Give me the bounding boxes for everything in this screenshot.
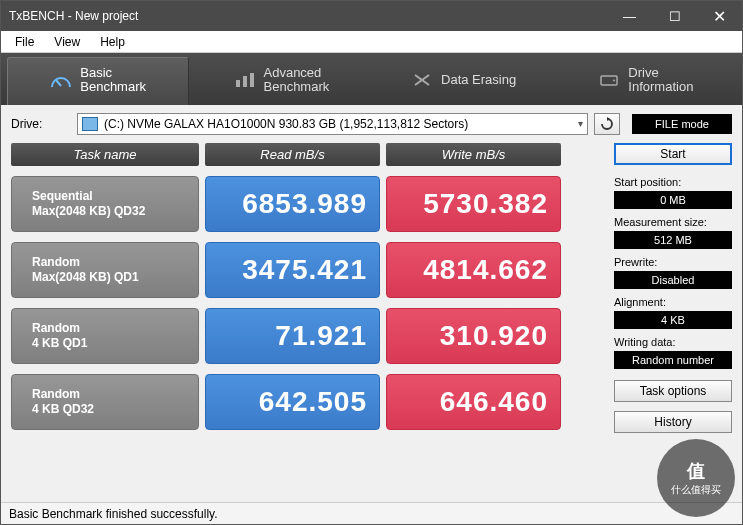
erase-icon: [411, 71, 433, 89]
menu-view[interactable]: View: [44, 33, 90, 51]
alignment-value[interactable]: 4 KB: [614, 311, 732, 329]
maximize-button[interactable]: ☐: [652, 1, 697, 31]
task-options-button[interactable]: Task options: [614, 380, 732, 402]
test-name-random-qd1-max[interactable]: Random Max(2048 KB) QD1: [11, 242, 199, 298]
alignment-label: Alignment:: [614, 294, 732, 308]
header-task-name: Task name: [11, 143, 199, 166]
menu-file[interactable]: File: [5, 33, 44, 51]
writing-data-value[interactable]: Random number: [614, 351, 732, 369]
tab-label: Data Erasing: [441, 72, 516, 87]
table-row: Random Max(2048 KB) QD1 3475.421 4814.66…: [11, 242, 604, 298]
drive-selector-row: Drive: (C:) NVMe GALAX HA1O1000N 930.83 …: [11, 113, 732, 135]
tab-label: Basic Benchmark: [80, 66, 146, 95]
bars-icon: [234, 71, 256, 89]
start-position-value[interactable]: 0 MB: [614, 191, 732, 209]
read-value: 642.505: [205, 374, 380, 430]
status-text: Basic Benchmark finished successfully.: [9, 507, 218, 521]
refresh-button[interactable]: [594, 113, 620, 135]
write-value: 4814.662: [386, 242, 561, 298]
test-name-random-4kb-qd32[interactable]: Random 4 KB QD32: [11, 374, 199, 430]
tab-advanced-benchmark[interactable]: Advanced Benchmark: [191, 57, 371, 105]
statusbar: Basic Benchmark finished successfully.: [1, 502, 742, 524]
drive-icon: [598, 71, 620, 89]
table-row: Random 4 KB QD1 71.921 310.920: [11, 308, 604, 364]
file-mode-indicator[interactable]: FILE mode: [632, 114, 732, 134]
test-name-sequential-qd32[interactable]: Sequential Max(2048 KB) QD32: [11, 176, 199, 232]
write-value: 5730.382: [386, 176, 561, 232]
read-value: 71.921: [205, 308, 380, 364]
chevron-down-icon: ▾: [578, 118, 583, 129]
history-button[interactable]: History: [614, 411, 732, 433]
svg-rect-1: [236, 80, 240, 87]
svg-line-0: [56, 80, 61, 86]
write-value: 310.920: [386, 308, 561, 364]
header-write: Write mB/s: [386, 143, 561, 166]
read-value: 6853.989: [205, 176, 380, 232]
menu-help[interactable]: Help: [90, 33, 135, 51]
tab-drive-information[interactable]: Drive Information: [556, 57, 736, 105]
minimize-button[interactable]: —: [607, 1, 652, 31]
measurement-size-label: Measurement size:: [614, 214, 732, 228]
table-row: Sequential Max(2048 KB) QD32 6853.989 57…: [11, 176, 604, 232]
tab-basic-benchmark[interactable]: Basic Benchmark: [7, 57, 189, 105]
start-position-label: Start position:: [614, 174, 732, 188]
sidebar: Start Start position: 0 MB Measurement s…: [614, 143, 732, 498]
drive-label: Drive:: [11, 117, 71, 131]
writing-data-label: Writing data:: [614, 334, 732, 348]
close-button[interactable]: ✕: [697, 1, 742, 31]
drive-dropdown[interactable]: (C:) NVMe GALAX HA1O1000N 930.83 GB (1,9…: [77, 113, 588, 135]
gauge-icon: [50, 71, 72, 89]
tabbar: Basic Benchmark Advanced Benchmark Data …: [1, 53, 742, 105]
svg-point-7: [613, 79, 615, 81]
window-title: TxBENCH - New project: [9, 9, 607, 23]
disk-icon: [82, 117, 98, 131]
test-name-random-4kb-qd1[interactable]: Random 4 KB QD1: [11, 308, 199, 364]
prewrite-value[interactable]: Disabled: [614, 271, 732, 289]
tab-label: Advanced Benchmark: [264, 66, 330, 95]
tab-data-erasing[interactable]: Data Erasing: [374, 57, 554, 105]
svg-rect-2: [243, 76, 247, 87]
titlebar: TxBENCH - New project — ☐ ✕: [1, 1, 742, 31]
tab-label: Drive Information: [628, 66, 693, 95]
svg-rect-3: [250, 73, 254, 87]
prewrite-label: Prewrite:: [614, 254, 732, 268]
table-row: Random 4 KB QD32 642.505 646.460: [11, 374, 604, 430]
write-value: 646.460: [386, 374, 561, 430]
start-button[interactable]: Start: [614, 143, 732, 165]
header-read: Read mB/s: [205, 143, 380, 166]
results-table: Task name Read mB/s Write mB/s Sequentia…: [11, 143, 604, 498]
read-value: 3475.421: [205, 242, 380, 298]
menubar: File View Help: [1, 31, 742, 53]
measurement-size-value[interactable]: 512 MB: [614, 231, 732, 249]
drive-value: (C:) NVMe GALAX HA1O1000N 930.83 GB (1,9…: [104, 117, 468, 131]
refresh-icon: [599, 116, 615, 132]
